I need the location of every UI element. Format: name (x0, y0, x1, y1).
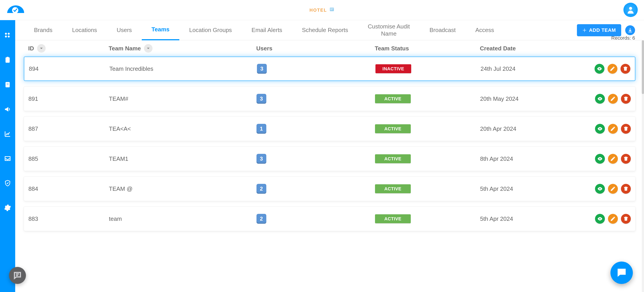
tab-teams[interactable]: Teams (142, 20, 179, 40)
view-button[interactable] (595, 124, 605, 134)
brand-center: HOTEL (310, 7, 334, 14)
row-id: 891 (28, 95, 38, 102)
edit-button[interactable] (608, 124, 618, 134)
users-badge: 1 (256, 124, 266, 134)
delete-button[interactable] (621, 214, 631, 224)
view-button[interactable] (594, 64, 604, 74)
trash-icon (623, 126, 628, 131)
users-badge: 3 (257, 64, 267, 74)
scrollbar-thumb[interactable] (642, 40, 644, 94)
pencil-icon (610, 66, 615, 71)
table-row[interactable]: 884TEAM @2ACTIVE5th Apr 2024 (24, 177, 636, 201)
sidebar-item-analytics[interactable] (3, 129, 12, 138)
trash-icon (623, 156, 628, 162)
svg-point-18 (600, 98, 600, 99)
eye-icon (597, 156, 603, 162)
column-status-label: Team Status (375, 45, 409, 52)
user-avatar[interactable] (624, 3, 638, 17)
delete-button[interactable] (621, 94, 631, 104)
edit-button[interactable] (608, 64, 618, 74)
tab-access[interactable]: Access (466, 20, 504, 40)
hotel-icon (329, 7, 334, 14)
content: ID Team Name Users Team Status Created D… (15, 40, 642, 292)
eye-icon (597, 186, 603, 192)
delete-button[interactable] (621, 184, 631, 194)
delete-button[interactable] (621, 154, 631, 164)
tab-customise-audit-name[interactable]: Customise Audit Name (358, 20, 420, 40)
tab-locations[interactable]: Locations (62, 20, 107, 40)
users-badge: 3 (256, 154, 266, 164)
download-button[interactable] (625, 25, 635, 35)
delete-button[interactable] (621, 124, 631, 134)
row-name: team (109, 215, 122, 222)
svg-rect-15 (6, 83, 9, 84)
tab-email-alerts[interactable]: Email Alerts (242, 20, 292, 40)
tab-brands[interactable]: Brands (24, 20, 62, 40)
svg-point-22 (600, 218, 600, 219)
edit-button[interactable] (608, 154, 618, 164)
sort-id-button[interactable] (37, 44, 46, 53)
pencil-icon (610, 156, 616, 162)
svg-point-11 (8, 36, 10, 37)
support-chat-button[interactable] (610, 261, 633, 284)
view-button[interactable] (595, 94, 605, 104)
pencil-icon (610, 186, 616, 192)
pencil-icon (610, 96, 616, 101)
chat-icon (616, 267, 628, 279)
add-team-label: ADD TEAM (589, 27, 616, 33)
svg-point-20 (600, 158, 600, 159)
row-date: 20th May 2024 (480, 95, 518, 102)
scrollbar[interactable] (642, 40, 644, 292)
download-icon (628, 28, 633, 33)
sidebar-item-document[interactable] (3, 80, 12, 89)
svg-point-10 (5, 36, 7, 37)
sidebar-item-settings[interactable] (3, 203, 12, 212)
table-header: ID Team Name Users Team Status Created D… (24, 40, 636, 56)
row-date: 20th Apr 2024 (480, 125, 516, 132)
view-button[interactable] (595, 154, 605, 164)
topbar: HOTEL (0, 0, 644, 20)
eye-icon (597, 216, 603, 221)
table-row[interactable]: 894Team Incredibles3INACTIVE24th Jul 202… (24, 56, 636, 81)
sidebar-item-dashboard[interactable] (3, 31, 12, 40)
row-name: TEAM @ (109, 185, 132, 192)
table-row[interactable]: 885TEAM13ACTIVE8th Apr 2024 (24, 147, 636, 171)
table-row[interactable]: 887TEA<A<1ACTIVE20th Apr 2024 (24, 116, 636, 141)
edit-button[interactable] (608, 94, 618, 104)
sidebar-item-audits[interactable] (3, 56, 12, 65)
status-badge: ACTIVE (375, 154, 411, 163)
sidebar-item-security[interactable] (3, 179, 12, 188)
sort-name-button[interactable] (144, 44, 152, 53)
row-date: 5th Apr 2024 (480, 215, 513, 222)
table-row[interactable]: 883team2ACTIVE5th Apr 2024 (24, 206, 636, 231)
trash-icon (623, 186, 628, 192)
app-logo[interactable] (5, 3, 26, 18)
tab-broadcast[interactable]: Broadcast (420, 20, 466, 40)
tab-location-groups[interactable]: Location Groups (179, 20, 242, 40)
add-team-button[interactable]: ADD TEAM (577, 24, 621, 36)
row-name: Team Incredibles (109, 65, 154, 72)
row-date: 5th Apr 2024 (480, 185, 513, 192)
sidebar-item-inbox[interactable] (3, 154, 12, 163)
row-id: 883 (28, 215, 38, 222)
svg-rect-13 (7, 57, 8, 58)
svg-point-21 (600, 188, 600, 189)
edit-button[interactable] (608, 214, 618, 224)
sidebar-item-announce[interactable] (3, 105, 12, 114)
view-button[interactable] (595, 184, 605, 194)
chat-lines-icon (13, 271, 22, 280)
table-row[interactable]: 891TEAM#3ACTIVE20th May 2024 (24, 86, 636, 111)
users-badge: 3 (256, 94, 266, 104)
column-name-label: Team Name (109, 45, 141, 52)
edit-button[interactable] (608, 184, 618, 194)
users-badge: 2 (256, 214, 266, 224)
trash-icon (623, 66, 628, 71)
tab-schedule-reports[interactable]: Schedule Reports (292, 20, 358, 40)
tab-users[interactable]: Users (107, 20, 142, 40)
eye-icon (597, 66, 602, 71)
plus-icon (582, 28, 587, 33)
delete-button[interactable] (620, 64, 630, 74)
svg-point-8 (5, 33, 7, 35)
view-button[interactable] (595, 214, 605, 224)
help-chat-button[interactable] (9, 267, 26, 284)
